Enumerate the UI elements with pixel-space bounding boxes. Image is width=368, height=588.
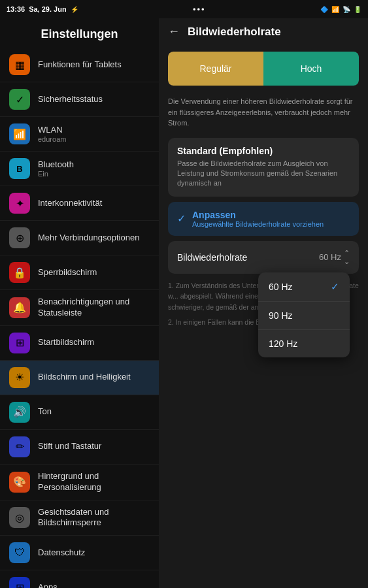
battery-status-icon: 🔋: [354, 6, 361, 13]
rate-row[interactable]: Bildwiederholrate 60 Hz ⌃⌄ 60 Hz ✓ 90 Hz…: [168, 241, 359, 274]
main-content: ← Bildwiederholrate Regulär Hoch Die Ver…: [159, 0, 368, 588]
sidebar-label-interkonnektivitat: Interkonnektivität: [38, 198, 102, 209]
sidebar-item-benachrichtigungen[interactable]: 🔔 Benachrichtigungen und Statusleiste: [0, 290, 159, 326]
sidebar-item-sicherheit[interactable]: ✓ Sicherheitsstatus: [0, 82, 159, 117]
sidebar-label-bluetooth: Bluetooth Ein: [38, 159, 74, 178]
sidebar-label-sicherheit: Sicherheitsstatus: [38, 94, 103, 105]
dropdown-item-60hz[interactable]: 60 Hz ✓: [258, 272, 350, 302]
rate-dropdown: 60 Hz ✓ 90 Hz 120 Hz: [258, 272, 350, 357]
sidebar-icon-sperrbildschirm: 🔒: [9, 262, 30, 283]
back-button[interactable]: ←: [168, 25, 180, 39]
rate-chevron-icon: ⌃⌄: [344, 249, 350, 266]
sidebar-icon-sicherheit: ✓: [9, 89, 30, 110]
sidebar-icon-datenschutz: 🛡: [9, 542, 30, 563]
sidebar-icon-startbildschirm: ⊞: [9, 333, 30, 353]
sidebar-item-stift[interactable]: ✏ Stift und Tastatur: [0, 430, 159, 465]
dropdown-check-60hz: ✓: [331, 281, 339, 293]
anpassen-text: Anpassen Ausgewählte Bildwiederholrate v…: [192, 210, 350, 228]
main-header: ← Bildwiederholrate: [159, 18, 368, 45]
sidebar-item-gesichtsdaten[interactable]: ◎ Gesichtsdaten und Bildschirmsperre: [0, 500, 159, 536]
sidebar-label-bildschirm: Bildschirm und Helligkeit: [38, 372, 131, 383]
sidebar-title: Einstellungen: [0, 18, 159, 48]
sidebar-label-ton: Ton: [38, 406, 52, 417]
sidebar-item-ton[interactable]: 🔊 Ton: [0, 395, 159, 430]
sidebar-label-wlan: WLAN eduroam: [38, 125, 66, 144]
sidebar-item-datenschutz[interactable]: 🛡 Datenschutz: [0, 536, 159, 570]
sidebar-label-apps: Apps: [38, 582, 58, 588]
dropdown-item-90hz[interactable]: 90 Hz: [258, 302, 350, 330]
sidebar-label-stift: Stift und Tastatur: [38, 441, 101, 452]
sidebar-icon-wlan: 📶: [9, 123, 30, 144]
sidebar-icon-bluetooth: B: [9, 158, 30, 179]
status-date: Sa, 29. Jun: [29, 5, 66, 13]
sidebar-label-funktionen: Funktionen für Tablets: [38, 59, 122, 71]
sidebar-item-verbindung[interactable]: ⊕ Mehr Verbindungsoptionen: [0, 221, 159, 255]
sidebar-item-interkonnektivitat[interactable]: ✦ Interkonnektivität: [0, 186, 159, 221]
sidebar-item-apps[interactable]: ⊞ Apps: [0, 570, 159, 588]
sidebar-item-bluetooth[interactable]: B Bluetooth Ein: [0, 152, 159, 186]
sidebar: Einstellungen ▦ Funktionen für Tablets ✓…: [0, 0, 159, 588]
sidebar-icon-benachrichtigungen: 🔔: [9, 297, 30, 318]
anpassen-title: Anpassen: [192, 210, 350, 220]
option-anpassen[interactable]: ✓ Anpassen Ausgewählte Bildwiederholrate…: [168, 202, 359, 236]
sidebar-item-hintergrund[interactable]: 🎨 Hintergrund und Personalisierung: [0, 465, 159, 500]
toggle-regular[interactable]: Regulär: [168, 52, 263, 86]
sidebar-item-wlan[interactable]: 📶 WLAN eduroam: [0, 117, 159, 152]
dropdown-item-120hz[interactable]: 120 Hz: [258, 330, 350, 357]
status-dots: •••: [193, 5, 206, 14]
sidebar-label-startbildschirm: Startbildschirm: [38, 337, 94, 348]
rate-value: 60 Hz ⌃⌄: [319, 249, 350, 266]
status-time: 13:36: [7, 5, 25, 13]
sidebar-label-benachrichtigungen: Benachrichtigungen und Statusleiste: [38, 297, 150, 319]
toggle-bar: Regulär Hoch: [168, 52, 359, 86]
status-icons: 🔷 📶 📡 🔋: [320, 6, 361, 13]
rate-label: Bildwiederholrate: [177, 252, 247, 263]
sidebar-item-funktionen[interactable]: ▦ Funktionen für Tablets: [0, 48, 159, 82]
standard-title: Standard (Empfohlen): [177, 146, 350, 156]
description-text: Die Verwendung einer höheren Bildwiederh…: [168, 96, 359, 129]
sidebar-icon-hintergrund: 🎨: [9, 472, 30, 493]
standard-desc: Passe die Bildwiederholrate zum Ausgleic…: [177, 159, 350, 189]
sidebar-icon-funktionen: ▦: [9, 54, 30, 75]
anpassen-check-icon: ✓: [177, 212, 186, 225]
sidebar-item-startbildschirm[interactable]: ⊞ Startbildschirm: [0, 326, 159, 361]
wifi-status-icon: 📶: [331, 6, 339, 13]
sidebar-icon-stift: ✏: [9, 436, 30, 457]
sidebar-icon-apps: ⊞: [9, 577, 30, 588]
sidebar-label-verbindung: Mehr Verbindungsoptionen: [38, 233, 139, 244]
sidebar-icon-ton: 🔊: [9, 402, 30, 423]
status-bar: 13:36 Sa, 29. Jun ⚡ ••• 🔷 📶 📡 🔋: [0, 0, 368, 18]
sidebar-label-gesichtsdaten: Gesichtsdaten und Bildschirmsperre: [38, 507, 150, 529]
signal-status-icon: 📡: [343, 6, 350, 13]
sidebar-icon-verbindung: ⊕: [9, 227, 30, 248]
sidebar-icon-bildschirm: ☀: [9, 367, 30, 388]
main-title: Bildwiederholrate: [188, 25, 281, 39]
toggle-hoch[interactable]: Hoch: [263, 52, 359, 86]
sidebar-item-bildschirm[interactable]: ☀ Bildschirm und Helligkeit: [0, 361, 159, 395]
sidebar-item-sperrbildschirm[interactable]: 🔒 Sperrbildschirm: [0, 255, 159, 290]
status-charging-icon: ⚡: [71, 6, 78, 13]
sidebar-label-hintergrund: Hintergrund und Personalisierung: [38, 471, 150, 493]
sidebar-label-datenschutz: Datenschutz: [38, 547, 85, 559]
sidebar-icon-gesichtsdaten: ◎: [9, 507, 30, 528]
anpassen-subtitle: Ausgewählte Bildwiederholrate vorziehen: [192, 220, 350, 228]
sidebar-icon-interkonnektivitat: ✦: [9, 193, 30, 214]
bluetooth-status-icon: 🔷: [320, 6, 328, 13]
sidebar-label-sperrbildschirm: Sperrbildschirm: [38, 267, 97, 278]
option-standard[interactable]: Standard (Empfohlen) Passe die Bildwiede…: [168, 138, 359, 197]
